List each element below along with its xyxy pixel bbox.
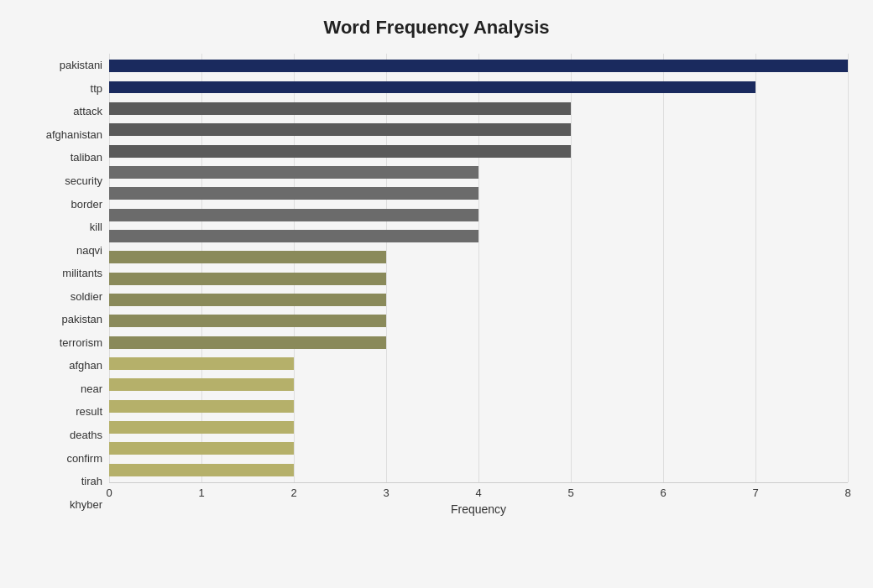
- bars-list: [109, 54, 848, 482]
- grid-line-8: [848, 54, 849, 482]
- bar-row-khyber: [109, 460, 848, 481]
- bar-attack: [109, 102, 571, 115]
- y-label-naqvi: naqvi: [76, 245, 102, 256]
- x-tick-2: 2: [290, 487, 296, 499]
- y-label-afghanistan: afghanistan: [46, 129, 102, 140]
- bar-terrorism: [109, 315, 386, 327]
- bar-row-ttp: [109, 76, 848, 97]
- x-tick-6: 6: [660, 487, 666, 499]
- y-label-security: security: [65, 175, 102, 186]
- x-ticks: 012345678: [109, 485, 848, 499]
- y-labels: pakistanittpattackafghanistantalibansecu…: [25, 54, 109, 516]
- bar-kill: [109, 209, 478, 221]
- chart-title: Word Frequency Analysis: [25, 17, 848, 39]
- y-label-taliban: taliban: [71, 152, 102, 163]
- y-label-militants: militants: [62, 268, 102, 278]
- bar-row-deaths: [109, 396, 848, 417]
- bar-border: [109, 187, 478, 200]
- y-label-pakistan: pakistan: [62, 314, 102, 325]
- bar-confirm: [109, 421, 294, 434]
- x-tick-5: 5: [567, 487, 573, 499]
- x-tick-1: 1: [198, 487, 204, 499]
- bar-pakistani: [109, 60, 848, 72]
- y-label-tirah: tirah: [81, 476, 102, 487]
- x-tick-4: 4: [475, 487, 481, 499]
- bar-pakistan: [109, 294, 386, 306]
- y-label-result: result: [76, 406, 102, 417]
- y-label-kill: kill: [90, 221, 102, 232]
- bars-and-xaxis: 012345678 Frequency: [109, 54, 848, 516]
- y-label-attack: attack: [73, 106, 102, 117]
- chart-area: pakistanittpattackafghanistantalibansecu…: [25, 54, 848, 516]
- x-tick-8: 8: [844, 487, 850, 499]
- bar-row-kill: [109, 204, 848, 225]
- bar-naqvi: [109, 230, 478, 242]
- chart-container: Word Frequency Analysis pakistanittpatta…: [0, 0, 873, 588]
- y-label-khyber: khyber: [70, 499, 102, 510]
- bar-row-taliban: [109, 140, 848, 161]
- bar-militants: [109, 251, 386, 263]
- bar-row-near: [109, 353, 848, 374]
- bar-row-terrorism: [109, 310, 848, 331]
- bar-tirah: [109, 442, 294, 455]
- bar-khyber: [109, 464, 294, 476]
- bars-area: [109, 54, 848, 482]
- bar-security: [109, 166, 478, 179]
- bar-row-confirm: [109, 417, 848, 438]
- bar-near: [109, 357, 294, 370]
- bar-row-soldier: [109, 268, 848, 289]
- bar-row-attack: [109, 98, 848, 119]
- bar-row-pakistani: [109, 55, 848, 76]
- y-label-border: border: [71, 199, 102, 210]
- bar-result: [109, 378, 294, 391]
- bar-afghanistan: [109, 123, 571, 136]
- x-tick-3: 3: [383, 487, 389, 499]
- bar-soldier: [109, 273, 386, 285]
- y-label-confirm: confirm: [66, 453, 102, 464]
- bar-row-security: [109, 162, 848, 183]
- x-axis: 012345678 Frequency: [109, 482, 848, 516]
- bar-row-border: [109, 183, 848, 204]
- x-axis-label: Frequency: [109, 502, 848, 516]
- bar-deaths: [109, 400, 294, 413]
- bar-row-afghan: [109, 331, 848, 352]
- y-label-ttp: ttp: [91, 83, 102, 94]
- bar-row-militants: [109, 247, 848, 268]
- x-tick-7: 7: [752, 487, 758, 499]
- bar-row-naqvi: [109, 226, 848, 247]
- bar-row-result: [109, 374, 848, 395]
- y-label-afghan: afghan: [69, 360, 102, 371]
- bar-afghan: [109, 336, 386, 349]
- bar-row-pakistan: [109, 289, 848, 310]
- bar-ttp: [109, 81, 755, 94]
- y-label-soldier: soldier: [71, 291, 102, 302]
- y-label-pakistani: pakistani: [60, 60, 102, 70]
- bar-row-tirah: [109, 438, 848, 459]
- x-tick-0: 0: [106, 487, 112, 499]
- bar-taliban: [109, 145, 571, 158]
- bar-row-afghanistan: [109, 119, 848, 140]
- y-label-deaths: deaths: [70, 429, 102, 440]
- y-label-near: near: [81, 383, 102, 394]
- x-axis-line: [109, 482, 848, 483]
- y-label-terrorism: terrorism: [60, 337, 102, 348]
